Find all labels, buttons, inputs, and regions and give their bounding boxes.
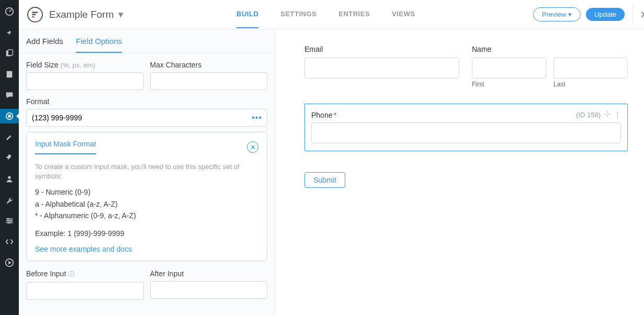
email-label: Email [304, 45, 459, 53]
format-input[interactable] [26, 109, 267, 127]
preview-email-field[interactable]: Email [304, 45, 459, 88]
svg-point-8 [10, 220, 12, 222]
tools-icon[interactable] [0, 193, 19, 207]
wp-admin-sidebar [0, 0, 19, 315]
close-icon[interactable]: ✕ [632, 4, 644, 25]
code-icon[interactable] [0, 234, 19, 249]
form-title[interactable]: Example Form ▾ [49, 8, 123, 20]
svg-rect-2 [8, 50, 13, 55]
topbar: Example Form ▾ BUILD SETTINGS ENTRIES VI… [19, 0, 644, 29]
phone-label: Phone* [311, 111, 336, 119]
app-logo-icon [27, 7, 43, 22]
field-options-panel: Add Fields Field Options Field Size (%, … [19, 29, 275, 315]
svg-rect-3 [7, 71, 13, 78]
form-title-text: Example Form [49, 9, 114, 20]
symbol-row: a - Alphabetical (a-z, A-Z) [35, 198, 258, 210]
update-button[interactable]: Update [586, 8, 625, 21]
svg-rect-13 [32, 16, 34, 17]
help-icon[interactable]: ⓘ [68, 271, 74, 278]
tab-views[interactable]: VIEWS [392, 1, 415, 28]
last-sublabel: Last [553, 81, 628, 88]
after-input-label: After Input [150, 269, 268, 278]
popover-symbol-list: 9 - Numeric (0-9) a - Alphabetical (a-z,… [35, 186, 258, 221]
comments-icon[interactable] [0, 88, 19, 103]
popover-description: To create a custom input mask, you'll ne… [35, 162, 258, 181]
settings-slider-icon[interactable] [0, 213, 19, 228]
svg-rect-12 [32, 14, 36, 15]
first-name-input[interactable] [472, 58, 546, 78]
popover-close-icon[interactable]: ✕ [247, 141, 258, 153]
caret-down-icon: ▾ [568, 10, 572, 18]
format-label: Format [26, 97, 267, 106]
svg-point-9 [8, 222, 10, 224]
caret-down-icon: ▾ [118, 8, 123, 20]
forms-icon[interactable] [0, 109, 19, 123]
preview-phone-field-selected[interactable]: Phone* (ID 158) ⋮ [304, 104, 628, 151]
pin-icon[interactable] [0, 25, 19, 40]
svg-point-7 [7, 218, 9, 220]
media-icon[interactable] [0, 46, 19, 61]
last-name-input[interactable] [553, 58, 628, 78]
plugins-icon[interactable] [0, 151, 19, 165]
before-input-input[interactable] [26, 282, 144, 300]
tab-add-fields[interactable]: Add Fields [26, 29, 63, 53]
max-characters-label: Max Characters [150, 61, 268, 69]
svg-rect-11 [32, 12, 38, 13]
tab-settings[interactable]: SETTINGS [280, 1, 317, 28]
brush-icon[interactable] [0, 130, 19, 144]
tab-field-options[interactable]: Field Options [76, 29, 122, 53]
preview-button[interactable]: Preview ▾ [533, 7, 581, 21]
symbol-row: 9 - Numeric (0-9) [35, 186, 258, 198]
popover-docs-link[interactable]: See more examples and docs [35, 245, 258, 253]
field-id-text: (ID 158) [576, 111, 601, 119]
max-characters-input[interactable] [150, 72, 268, 90]
preview-button-label: Preview [542, 10, 566, 18]
first-sublabel: First [472, 81, 546, 88]
dashboard-icon[interactable] [0, 4, 19, 19]
field-size-label: Field Size (%, px, em) [26, 61, 144, 69]
phone-input[interactable] [311, 122, 621, 143]
svg-rect-5 [8, 115, 10, 117]
move-icon[interactable] [604, 110, 611, 119]
input-mask-popover: Input Mask Format ✕ To create a custom i… [26, 132, 267, 261]
name-label: Name [472, 45, 628, 53]
users-icon[interactable] [0, 172, 19, 186]
email-input[interactable] [304, 58, 459, 78]
before-input-label: Before Input ⓘ [26, 269, 144, 279]
pages-icon[interactable] [0, 67, 19, 82]
after-input-input[interactable] [150, 281, 268, 299]
popover-example: Example: 1 (999)-999-9999 [35, 229, 258, 238]
svg-point-6 [8, 176, 10, 179]
popover-tab-input-mask[interactable]: Input Mask Format [35, 140, 96, 154]
play-icon[interactable] [0, 255, 19, 270]
main-tabs: BUILD SETTINGS ENTRIES VIEWS [236, 1, 533, 28]
format-options-icon[interactable]: ••• [250, 111, 264, 125]
field-size-input[interactable] [26, 72, 144, 90]
more-icon[interactable]: ⋮ [614, 111, 621, 119]
tab-build[interactable]: BUILD [236, 1, 258, 28]
tab-entries[interactable]: ENTRIES [338, 1, 370, 28]
submit-button[interactable]: Submit [304, 172, 345, 188]
symbol-row: * - Alphanumeric (0-9, a-z, A-Z) [35, 210, 258, 221]
form-preview: Email Name First Last [275, 29, 644, 315]
preview-name-field[interactable]: Name First Last [472, 45, 628, 88]
